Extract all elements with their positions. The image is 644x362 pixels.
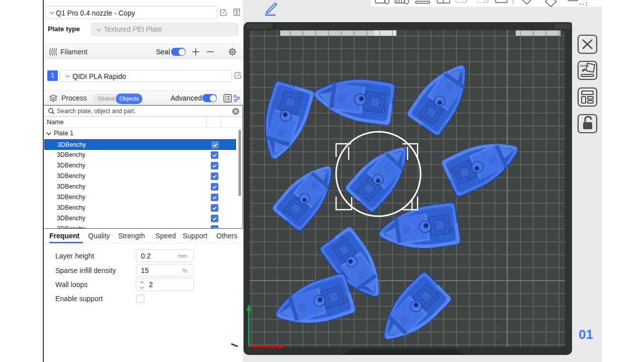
svg-text:01: 01 xyxy=(579,327,593,342)
svg-text:AUTO: AUTO xyxy=(580,64,589,67)
